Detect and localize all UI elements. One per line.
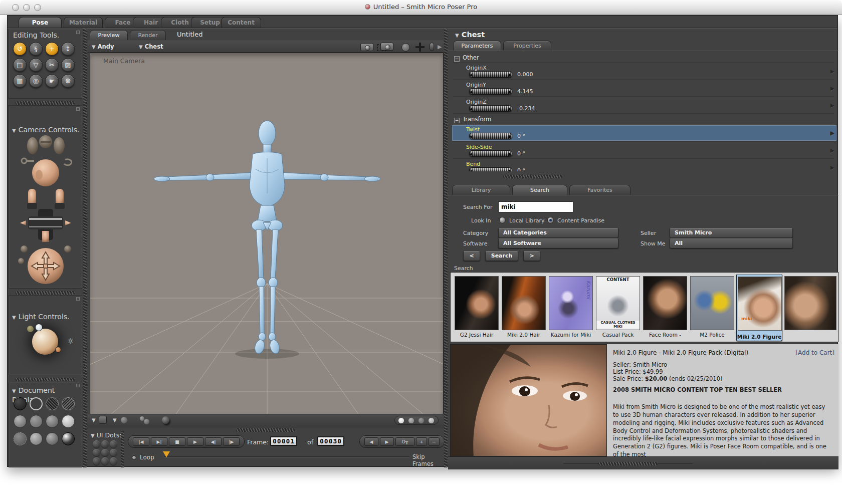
step-back-button[interactable]: ◀| bbox=[205, 437, 222, 446]
software-select[interactable]: All Software bbox=[498, 238, 618, 248]
ui-dot-9[interactable] bbox=[110, 457, 117, 465]
tracking-full-dot[interactable] bbox=[398, 418, 404, 423]
figure-style-sphere2-icon[interactable] bbox=[144, 419, 149, 424]
twist-dial[interactable] bbox=[469, 133, 512, 139]
result-thumbnail[interactable] bbox=[643, 276, 687, 330]
ui-dot-6[interactable] bbox=[110, 449, 117, 456]
rotate-tool-button[interactable]: ↺ bbox=[13, 42, 27, 56]
footer-drag-handle[interactable] bbox=[598, 462, 658, 465]
result-thumbnail[interactable]: Kazumi bbox=[549, 276, 593, 330]
twist-tool-button[interactable]: § bbox=[29, 42, 43, 56]
last-frame-button[interactable]: ▶| bbox=[151, 437, 167, 446]
collapse-box-icon[interactable]: − bbox=[454, 118, 460, 123]
section-resize-handle[interactable] bbox=[16, 378, 75, 381]
translate-inout-tool-button[interactable]: ↕ bbox=[61, 42, 75, 56]
param-value[interactable]: 4.145 bbox=[517, 88, 533, 95]
document-style-sphere-icon[interactable] bbox=[121, 417, 127, 423]
light-indicator-2[interactable] bbox=[35, 324, 43, 331]
tab-render[interactable]: Render bbox=[130, 30, 166, 40]
translate-pull-tool-button[interactable]: + bbox=[45, 42, 59, 56]
param-value[interactable]: 0 ° bbox=[517, 150, 525, 157]
search-input[interactable] bbox=[498, 201, 573, 212]
local-library-radio[interactable] bbox=[499, 217, 506, 223]
row-arrow-icon[interactable]: ▶ bbox=[830, 130, 834, 136]
next-key-button[interactable]: ▶ bbox=[380, 437, 394, 446]
parameters-panel-header[interactable]: ▼ Chest bbox=[455, 31, 485, 39]
actor-menu[interactable]: ▼ Chest bbox=[139, 43, 163, 50]
section-resize-handle[interactable] bbox=[16, 291, 75, 295]
display-silhouette-button[interactable] bbox=[14, 397, 27, 410]
result-item-5[interactable]: Face Room - bbox=[642, 274, 688, 341]
tab-preview[interactable]: Preview bbox=[90, 30, 128, 40]
originz-dial[interactable] bbox=[469, 105, 512, 112]
collapse-triangle-icon[interactable]: ▼ bbox=[12, 388, 16, 394]
collapse-box-icon[interactable]: − bbox=[454, 56, 460, 62]
tab-search[interactable]: Search bbox=[512, 185, 567, 195]
pane-toggle-button[interactable] bbox=[99, 416, 107, 424]
prev-page-button[interactable]: < bbox=[463, 251, 480, 261]
tracking-box-dot[interactable] bbox=[418, 418, 424, 423]
section-widget-icon[interactable] bbox=[76, 107, 80, 111]
ui-dot-5[interactable] bbox=[101, 449, 109, 456]
tab-properties[interactable]: Properties bbox=[503, 41, 551, 51]
prev-key-button[interactable]: ◀ bbox=[364, 437, 378, 446]
originx-dial[interactable] bbox=[469, 71, 512, 78]
display-hidden-line-button[interactable] bbox=[62, 397, 75, 410]
result-item-4[interactable]: CONTENT CASUAL CLOTHES MIKI Casual Pack bbox=[595, 274, 641, 341]
result-thumbnail[interactable]: CONTENT CASUAL CLOTHES MIKI bbox=[596, 276, 640, 330]
next-page-button[interactable]: > bbox=[523, 251, 540, 261]
first-frame-button[interactable]: |◀ bbox=[133, 437, 149, 446]
local-library-label[interactable]: Local Library bbox=[509, 217, 544, 224]
result-thumbnail[interactable]: miki bbox=[738, 277, 782, 331]
column-divider[interactable] bbox=[83, 29, 87, 467]
tab-material[interactable]: Material bbox=[64, 17, 103, 28]
show-me-select[interactable]: All bbox=[670, 238, 793, 248]
style-menu-triangle-icon[interactable]: ▼ bbox=[113, 417, 117, 423]
row-arrow-icon[interactable]: ▶ bbox=[830, 68, 834, 75]
view-magnifier-tool-button[interactable]: ◎ bbox=[29, 74, 43, 88]
ui-dot-2[interactable] bbox=[101, 440, 109, 448]
tracking-silhouette-dot[interactable] bbox=[429, 418, 434, 423]
window-titlebar[interactable]: Untitled – Smith Micro Poser Pro bbox=[0, 0, 842, 15]
side-side-dial[interactable] bbox=[469, 150, 512, 157]
timeline-track[interactable] bbox=[164, 456, 409, 458]
content-paradise-label[interactable]: Content Paradise bbox=[557, 217, 604, 224]
ui-dot-4[interactable] bbox=[93, 449, 100, 456]
collapse-triangle-icon[interactable]: ▼ bbox=[455, 33, 459, 38]
minus-key-button[interactable]: − bbox=[429, 437, 440, 446]
display-cartoon-button[interactable] bbox=[14, 432, 27, 445]
light-globe[interactable] bbox=[32, 329, 58, 355]
ui-dot-8[interactable] bbox=[101, 457, 109, 465]
tracking-fast-dot[interactable] bbox=[408, 418, 414, 423]
search-button[interactable]: Search bbox=[485, 251, 518, 261]
param-value[interactable]: 0.000 bbox=[517, 71, 533, 78]
originy-dial[interactable] bbox=[469, 88, 512, 95]
camera-2-icon[interactable] bbox=[380, 43, 393, 51]
tab-pose[interactable]: Pose bbox=[19, 17, 62, 28]
add-to-cart-link[interactable]: [Add to Cart] bbox=[795, 349, 834, 356]
group-transform[interactable]: −Transform bbox=[454, 116, 491, 123]
ui-dot-1[interactable] bbox=[93, 440, 100, 448]
ui-dot-7[interactable] bbox=[93, 457, 100, 465]
stop-button[interactable]: ■ bbox=[169, 437, 185, 446]
play-button[interactable]: ▶ bbox=[187, 437, 203, 446]
skip-frames-label[interactable]: Skip Frames bbox=[412, 453, 444, 467]
result-item-partial[interactable] bbox=[783, 274, 837, 341]
add-key-button[interactable]: O╥ bbox=[395, 437, 414, 446]
camera-controls-header[interactable]: ▼ Camera Controls. bbox=[12, 125, 80, 134]
tab-parameters[interactable]: Parameters bbox=[453, 41, 501, 51]
ui-dot-3[interactable] bbox=[110, 440, 117, 448]
row-arrow-icon[interactable]: ▶ bbox=[830, 164, 834, 171]
result-thumbnail[interactable] bbox=[455, 276, 499, 330]
panel-resize-handle[interactable] bbox=[503, 175, 562, 178]
param-value[interactable]: 0 ° bbox=[517, 167, 525, 171]
result-item-2[interactable]: Miki 2.0 Hair bbox=[501, 274, 547, 341]
light-tool-button[interactable]: ☸ bbox=[61, 74, 75, 88]
plus-key-button[interactable]: + bbox=[416, 437, 427, 446]
timeline-marker[interactable] bbox=[163, 451, 170, 457]
ui-dots-header[interactable]: ▼ UI Dots: bbox=[91, 431, 121, 439]
display-smooth-lined-button[interactable] bbox=[30, 432, 43, 445]
grouping-tool-button[interactable]: ▦ bbox=[13, 74, 27, 88]
group-other[interactable]: −Other bbox=[454, 54, 479, 62]
light-indicator-1[interactable] bbox=[27, 326, 34, 332]
